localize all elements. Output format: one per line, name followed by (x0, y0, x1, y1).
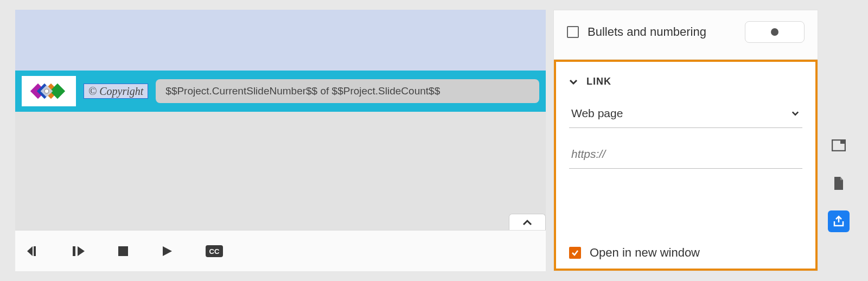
slide-body (15, 112, 546, 230)
slide-header-band (15, 10, 546, 71)
rewind-icon (26, 244, 40, 258)
link-section-highlight: LINK Web page Open in new window (554, 60, 818, 271)
link-type-dropdown[interactable]: Web page (569, 101, 802, 128)
window-icon (832, 139, 846, 151)
open-new-window-label: Open in new window (590, 246, 700, 260)
bullets-checkbox[interactable] (567, 26, 579, 38)
bullets-section: Bullets and numbering (554, 10, 818, 60)
page-icon (833, 176, 844, 190)
share-button[interactable] (828, 210, 850, 232)
panel-icon-1[interactable] (828, 135, 850, 156)
chevron-down-icon (792, 110, 799, 117)
svg-rect-8 (73, 246, 75, 256)
chevron-up-icon (522, 219, 532, 226)
check-icon (571, 249, 579, 257)
svg-marker-11 (163, 246, 172, 256)
cc-icon: CC (205, 245, 224, 258)
play-pause-icon (72, 244, 86, 258)
right-sidebar (825, 10, 853, 271)
diamonds-logo-icon (27, 79, 71, 103)
open-new-window-checkbox[interactable] (569, 247, 581, 259)
rewind-button[interactable] (26, 244, 40, 258)
link-section-header[interactable]: LINK (569, 76, 802, 87)
chevron-down-icon (569, 78, 578, 86)
svg-rect-7 (34, 246, 36, 256)
play-pause-button[interactable] (72, 244, 86, 258)
slide-area: © Copyright $$Project.CurrentSlideNumber… (15, 10, 546, 230)
play-icon (161, 245, 174, 258)
slide-footer-strip: © Copyright $$Project.CurrentSlideNumber… (15, 71, 546, 112)
copyright-text-object[interactable]: © Copyright (84, 84, 148, 99)
svg-point-5 (44, 89, 49, 93)
bullets-label: Bullets and numbering (588, 25, 706, 39)
svg-rect-15 (840, 140, 845, 144)
preview-pane: © Copyright $$Project.CurrentSlideNumber… (15, 10, 546, 271)
bullet-dot-icon (771, 28, 778, 36)
slide-number-text-object[interactable]: $$Project.CurrentSlideNumber$$ of $$Proj… (156, 79, 539, 103)
slide-number-text: $$Project.CurrentSlideNumber$$ of $$Proj… (165, 85, 440, 97)
link-type-value: Web page (571, 107, 623, 120)
copyright-text: © Copyright (88, 85, 143, 97)
share-icon (833, 215, 845, 227)
cc-button[interactable]: CC (205, 245, 224, 258)
svg-marker-6 (27, 246, 33, 256)
stop-icon (117, 245, 129, 257)
playbar: CC (15, 230, 546, 271)
link-section-title: LINK (586, 76, 611, 87)
bullet-style-button[interactable] (745, 21, 805, 43)
play-button[interactable] (161, 245, 174, 258)
svg-text:CC: CC (209, 247, 220, 256)
logo-placeholder[interactable] (22, 76, 76, 106)
svg-rect-10 (118, 246, 128, 256)
panel-icon-2[interactable] (828, 173, 850, 194)
link-url-input[interactable] (569, 142, 802, 169)
expand-panel-tab[interactable] (509, 214, 546, 230)
svg-marker-9 (78, 246, 85, 256)
properties-panel: Bullets and numbering LINK Web page (553, 10, 818, 271)
stop-button[interactable] (117, 245, 129, 257)
